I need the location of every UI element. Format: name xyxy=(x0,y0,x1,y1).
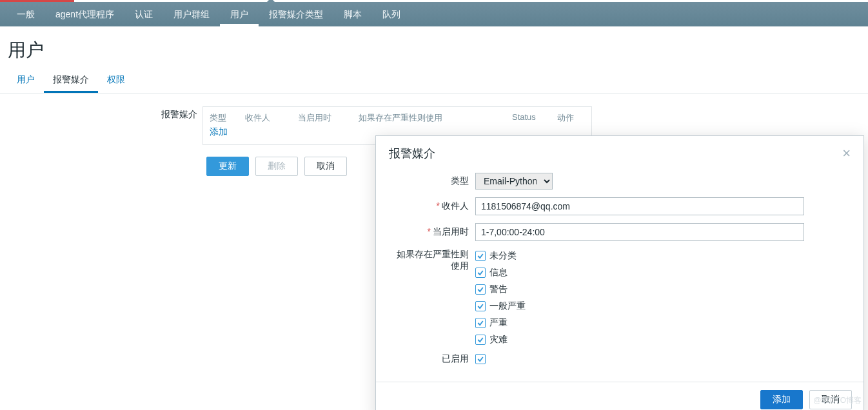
severity-checkbox-4[interactable] xyxy=(475,318,486,328)
tab-user[interactable]: 用户 xyxy=(8,69,44,93)
severity-label-0: 未分类 xyxy=(489,250,517,262)
media-section-label: 报警媒介 xyxy=(0,106,202,121)
nav-user-groups[interactable]: 用户群组 xyxy=(163,2,220,26)
severity-checkbox-2[interactable] xyxy=(475,284,486,295)
col-type: 类型 xyxy=(210,112,245,124)
severity-checkbox-0[interactable] xyxy=(475,251,486,261)
severity-label-3: 一般严重 xyxy=(489,300,526,312)
col-status: Status xyxy=(512,112,557,124)
nav-queue[interactable]: 队列 xyxy=(372,2,411,26)
page-title: 用户 xyxy=(8,38,868,63)
col-severity: 如果存在严重性则使用 xyxy=(359,112,512,124)
tabs: 用户 报警媒介 权限 xyxy=(0,69,868,93)
cancel-button[interactable]: 取消 xyxy=(304,157,347,176)
close-icon[interactable]: × xyxy=(842,146,851,161)
severity-label-5: 灾难 xyxy=(489,334,508,346)
modal-title: 报警媒介 xyxy=(389,146,435,161)
recipient-input[interactable] xyxy=(475,197,804,215)
severity-checkbox-3[interactable] xyxy=(475,301,486,311)
col-recipient: 收件人 xyxy=(245,112,298,124)
label-severity: 如果存在严重性则使用 xyxy=(391,249,475,272)
severity-checkbox-1[interactable] xyxy=(475,268,486,278)
modal-add-button[interactable]: 添加 xyxy=(760,390,803,409)
when-input[interactable] xyxy=(475,223,804,241)
navbar: 一般 agent代理程序 认证 用户群组 用户 报警媒介类型 脚本 队列 xyxy=(0,2,868,26)
severity-checkbox-5[interactable] xyxy=(475,335,486,345)
modal-cancel-button[interactable]: 取消 xyxy=(809,390,852,409)
label-type: 类型 xyxy=(391,175,475,187)
nav-media-types[interactable]: 报警媒介类型 xyxy=(259,2,333,26)
col-action: 动作 xyxy=(557,112,583,124)
nav-scripts[interactable]: 脚本 xyxy=(333,2,372,26)
delete-button: 删除 xyxy=(255,157,298,176)
label-when: *当启用时 xyxy=(391,226,475,238)
nav-agent[interactable]: agent代理程序 xyxy=(45,2,124,26)
nav-users[interactable]: 用户 xyxy=(220,2,259,26)
label-enabled: 已启用 xyxy=(391,353,475,365)
media-table-head: 类型 收件人 当启用时 如果存在严重性则使用 Status 动作 xyxy=(203,107,591,126)
tab-perms[interactable]: 权限 xyxy=(98,69,134,93)
nav-auth[interactable]: 认证 xyxy=(124,2,163,26)
update-button[interactable]: 更新 xyxy=(206,157,249,176)
enabled-checkbox[interactable] xyxy=(475,354,486,364)
col-when: 当启用时 xyxy=(298,112,359,124)
severity-list: 未分类 信息 警告 一般严重 严重 灾难 xyxy=(475,249,526,346)
severity-label-4: 严重 xyxy=(489,317,508,329)
tab-media[interactable]: 报警媒介 xyxy=(44,69,98,93)
label-recipient: *收件人 xyxy=(391,200,475,212)
severity-label-1: 信息 xyxy=(489,267,508,278)
media-modal: 报警媒介 × 类型 Email-Python *收件人 *当启用时 如果存在严重… xyxy=(375,135,864,410)
add-media-link[interactable]: 添加 xyxy=(210,126,228,137)
severity-label-2: 警告 xyxy=(489,284,508,295)
type-select[interactable]: Email-Python xyxy=(475,173,553,190)
nav-general[interactable]: 一般 xyxy=(6,2,45,26)
